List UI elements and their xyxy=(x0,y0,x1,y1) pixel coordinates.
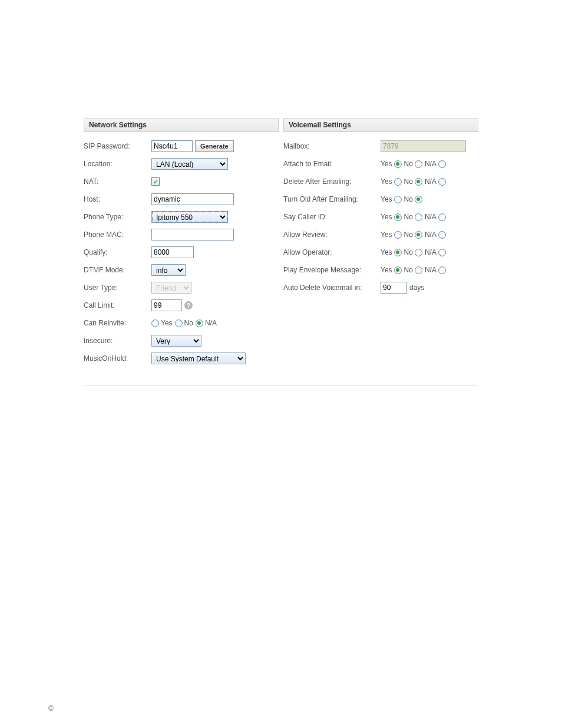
host-row: Host: xyxy=(84,191,279,207)
phone-mac-input[interactable] xyxy=(151,229,234,241)
can-reinvite-radios: Yes No N/A xyxy=(151,319,217,327)
attach-email-no-radio[interactable] xyxy=(415,160,422,168)
delete-after-na-radio[interactable] xyxy=(438,178,446,186)
sip-password-input[interactable] xyxy=(151,140,193,152)
mailbox-row: Mailbox: xyxy=(283,138,478,154)
delete-after-yes-radio[interactable] xyxy=(394,178,402,186)
play-envelope-label: Play Envelope Message: xyxy=(283,266,381,274)
nat-row: NAT: ✓ xyxy=(84,173,279,190)
nat-checkbox[interactable]: ✓ xyxy=(151,177,160,186)
allow-review-na-radio[interactable] xyxy=(438,231,446,239)
play-envelope-row: Play Envelope Message: Yes No N/A xyxy=(283,262,478,278)
sip-password-row: SIP Password: Generate xyxy=(84,138,279,154)
allow-review-no-radio[interactable] xyxy=(415,231,422,239)
phone-mac-label: Phone MAC: xyxy=(84,230,151,239)
auto-delete-row: Auto Delete Voicemail in: days xyxy=(283,279,478,296)
insecure-row: Insecure: Very xyxy=(84,332,279,349)
moh-row: MusicOnHold: Use System Default xyxy=(84,350,279,367)
auto-delete-label: Auto Delete Voicemail in: xyxy=(283,284,381,292)
attach-email-row: Attach to Email: Yes No N/A xyxy=(283,156,478,172)
phone-type-label: Phone Type: xyxy=(84,213,151,221)
phone-type-row: Phone Type: Ipitomy 550 xyxy=(84,209,279,225)
user-type-label: User Type: xyxy=(84,284,151,292)
network-settings-panel: Network Settings SIP Password: Generate … xyxy=(84,118,279,368)
delete-after-label: Delete After Emailing: xyxy=(283,177,381,186)
allow-operator-row: Allow Operator: Yes No N/A xyxy=(283,244,478,261)
host-input[interactable] xyxy=(151,193,234,205)
generate-button[interactable]: Generate xyxy=(195,140,234,152)
attach-email-label: Attach to Email: xyxy=(283,160,381,168)
allow-review-row: Allow Review: Yes No N/A xyxy=(283,226,478,243)
user-type-row: User Type: Friend xyxy=(84,279,279,296)
qualify-label: Qualify: xyxy=(84,248,151,256)
say-caller-na-radio[interactable] xyxy=(438,213,446,221)
turn-old-no-radio[interactable] xyxy=(415,196,422,203)
dtmf-mode-select[interactable]: info xyxy=(151,264,186,276)
location-select[interactable]: LAN (Local) xyxy=(151,158,228,170)
auto-delete-input[interactable] xyxy=(381,282,407,294)
attach-email-na-radio[interactable] xyxy=(438,160,446,168)
phone-mac-row: Phone MAC: xyxy=(84,226,279,243)
location-row: Location: LAN (Local) xyxy=(84,156,279,172)
can-reinvite-no-radio[interactable] xyxy=(175,319,183,327)
can-reinvite-na-radio[interactable] xyxy=(196,319,203,327)
auto-delete-unit: days xyxy=(409,284,424,292)
voicemail-settings-panel: Voicemail Settings Mailbox: Attach to Em… xyxy=(283,118,478,368)
copyright-symbol: © xyxy=(48,704,562,713)
attach-email-yes-radio[interactable] xyxy=(394,160,402,168)
call-limit-input[interactable] xyxy=(151,299,182,311)
allow-operator-label: Allow Operator: xyxy=(283,248,381,256)
dtmf-mode-label: DTMF Mode: xyxy=(84,266,151,274)
can-reinvite-row: Can Reinvite: Yes No N/A xyxy=(84,315,279,331)
play-envelope-na-radio[interactable] xyxy=(438,266,446,274)
qualify-row: Qualify: xyxy=(84,244,279,261)
insecure-select[interactable]: Very xyxy=(151,335,201,347)
mailbox-input xyxy=(381,140,466,152)
insecure-label: Insecure: xyxy=(84,337,151,345)
network-settings-header: Network Settings xyxy=(84,118,279,132)
allow-review-yes-radio[interactable] xyxy=(394,231,402,239)
allow-operator-yes-radio[interactable] xyxy=(394,249,402,256)
host-label: Host: xyxy=(84,195,151,203)
can-reinvite-label: Can Reinvite: xyxy=(84,319,151,327)
settings-container: Network Settings SIP Password: Generate … xyxy=(84,118,478,386)
play-envelope-yes-radio[interactable] xyxy=(394,266,402,274)
user-type-select: Friend xyxy=(151,282,191,294)
moh-label: MusicOnHold: xyxy=(84,354,151,363)
call-limit-row: Call Limit: ? xyxy=(84,297,279,314)
delete-after-row: Delete After Emailing: Yes No N/A xyxy=(283,173,478,190)
voicemail-settings-header: Voicemail Settings xyxy=(283,118,478,132)
nat-label: NAT: xyxy=(84,177,151,186)
say-caller-row: Say Caller ID: Yes No N/A xyxy=(283,209,478,225)
turn-old-yes-radio[interactable] xyxy=(394,196,402,203)
allow-review-label: Allow Review: xyxy=(283,230,381,239)
sip-password-label: SIP Password: xyxy=(84,142,151,150)
say-caller-no-radio[interactable] xyxy=(415,213,422,221)
allow-operator-na-radio[interactable] xyxy=(438,249,446,256)
location-label: Location: xyxy=(84,160,151,168)
play-envelope-no-radio[interactable] xyxy=(415,266,422,274)
turn-old-label: Turn Old After Emailing: xyxy=(283,195,381,203)
qualify-input[interactable] xyxy=(151,246,194,258)
can-reinvite-yes-radio[interactable] xyxy=(151,319,159,327)
phone-type-select[interactable]: Ipitomy 550 xyxy=(151,211,228,223)
moh-select[interactable]: Use System Default xyxy=(151,353,246,364)
allow-operator-no-radio[interactable] xyxy=(415,249,422,256)
turn-old-row: Turn Old After Emailing: Yes No xyxy=(283,191,478,207)
mailbox-label: Mailbox: xyxy=(283,142,381,150)
say-caller-yes-radio[interactable] xyxy=(394,213,402,221)
call-limit-label: Call Limit: xyxy=(84,301,151,309)
delete-after-no-radio[interactable] xyxy=(415,178,422,186)
dtmf-mode-row: DTMF Mode: info xyxy=(84,262,279,278)
help-icon[interactable]: ? xyxy=(184,301,193,309)
say-caller-label: Say Caller ID: xyxy=(283,213,381,221)
